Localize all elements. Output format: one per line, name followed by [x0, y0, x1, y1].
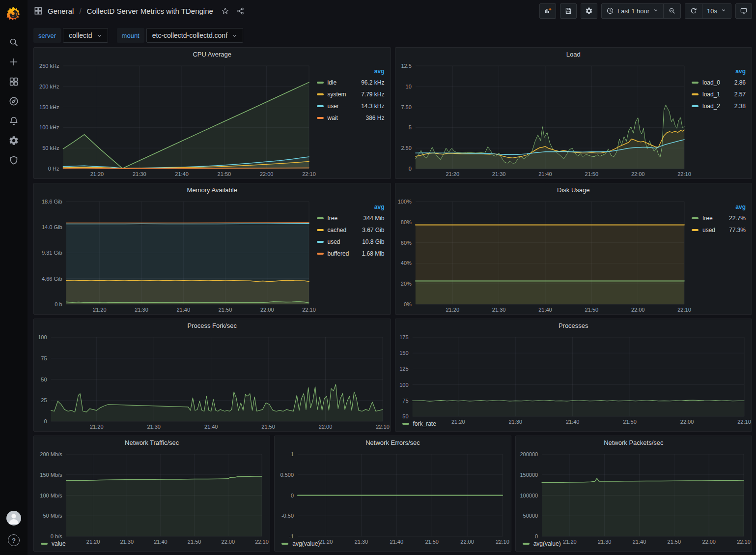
- avatar-person-icon: [6, 511, 21, 526]
- legend-value: 7.79 kHz: [361, 91, 384, 98]
- chart-canvas[interactable]: 21:2021:3021:4021:5022:0022:100 Hz50 kHz…: [34, 61, 317, 178]
- panel-title[interactable]: Load: [395, 48, 752, 61]
- legend-label: buffered: [328, 250, 349, 257]
- legend-item-cached[interactable]: cached3.67 Gib: [317, 227, 385, 234]
- legend-color-swatch: [692, 82, 699, 84]
- breadcrumb: General / CollectD Server Metrics with T…: [33, 6, 213, 16]
- svg-text:21:40: 21:40: [632, 539, 646, 545]
- svg-text:22:00: 22:00: [631, 171, 644, 177]
- legend-item-free[interactable]: free22.7%: [692, 215, 746, 222]
- chart-svg: 21:2021:3021:4021:5022:0022:100 b4.66 Gi…: [34, 197, 317, 314]
- svg-text:50000: 50000: [523, 513, 538, 519]
- toolbar: Last 1 hour 10s: [539, 3, 752, 19]
- breadcrumb-folder[interactable]: General: [48, 7, 74, 15]
- svg-text:100 Mb/s: 100 Mb/s: [40, 493, 62, 498]
- share-icon[interactable]: [236, 7, 245, 15]
- chart-canvas[interactable]: 21:2021:3021:4021:5022:0022:100255075100: [34, 332, 391, 431]
- svg-text:21:20: 21:20: [319, 539, 333, 545]
- variable-server-dropdown[interactable]: collectd: [63, 28, 108, 43]
- chart-canvas[interactable]: 21:2021:3021:4021:5022:0022:100500001000…: [516, 449, 752, 539]
- variable-mount: mount etc-collectd-collectd.conf: [117, 28, 243, 43]
- panel-title[interactable]: Network Packets/sec: [516, 436, 752, 449]
- svg-text:1: 1: [291, 451, 294, 457]
- chart-canvas[interactable]: 21:2021:3021:4021:5022:0022:1002.5057.50…: [395, 61, 692, 178]
- chart-canvas[interactable]: 21:2021:3021:4021:5022:0022:100%20%40%60…: [395, 197, 692, 314]
- sidebar-dashboards-button[interactable]: [8, 76, 20, 88]
- svg-text:21:30: 21:30: [120, 539, 134, 545]
- svg-text:21:30: 21:30: [598, 539, 612, 545]
- svg-text:0.500: 0.500: [280, 472, 294, 478]
- dashboard-title[interactable]: CollectD Server Metrics with TDengine: [87, 7, 213, 15]
- panel-title[interactable]: Network Traffic/sec: [34, 436, 270, 449]
- chart-canvas[interactable]: 21:2021:3021:4021:5022:0022:10-1-0.5000.…: [275, 449, 510, 539]
- legend-item-system[interactable]: system7.79 kHz: [317, 91, 385, 98]
- legend-item-buffered[interactable]: buffered1.68 Mib: [317, 250, 385, 257]
- legend-item-idle[interactable]: idle96.2 kHz: [317, 79, 385, 86]
- panel-title[interactable]: Disk Usage: [395, 183, 752, 197]
- chart-canvas[interactable]: 21:2021:3021:4021:5022:0022:105075100125…: [395, 332, 752, 419]
- svg-text:150 Mb/s: 150 Mb/s: [40, 472, 62, 478]
- legend-item-load_0[interactable]: load_02.86: [692, 79, 746, 86]
- svg-text:50 kHz: 50 kHz: [42, 145, 59, 151]
- sidebar-explore-button[interactable]: [8, 95, 20, 107]
- panel-title[interactable]: CPU Average: [34, 48, 391, 61]
- svg-text:21:20: 21:20: [90, 171, 104, 177]
- legend-item-wait[interactable]: wait386 Hz: [317, 115, 385, 121]
- user-avatar[interactable]: [6, 511, 21, 526]
- panel-title[interactable]: Network Errors/sec: [275, 436, 510, 449]
- legend-item-used[interactable]: used77.3%: [692, 227, 746, 234]
- svg-text:4.66 Gib: 4.66 Gib: [42, 276, 62, 282]
- legend-color-swatch: [692, 105, 699, 107]
- sidebar-alerting-button[interactable]: [8, 115, 20, 127]
- sidebar-configuration-button[interactable]: [8, 135, 20, 146]
- legend-item-user[interactable]: user14.3 kHz: [317, 103, 385, 110]
- chart-canvas[interactable]: 21:2021:3021:4021:5022:0022:100 b/s50 Mb…: [34, 449, 270, 539]
- sidebar-search-button[interactable]: [8, 36, 20, 48]
- svg-text:21:40: 21:40: [154, 539, 168, 545]
- grafana-logo[interactable]: [4, 5, 23, 24]
- legend-value: 22.7%: [729, 215, 746, 222]
- svg-text:150000: 150000: [520, 472, 538, 478]
- refresh-interval-dropdown[interactable]: 10s: [702, 4, 731, 18]
- legend: avgfree344 Mibcached3.67 Gibused10.8 Gib…: [317, 197, 391, 314]
- time-range-button[interactable]: Last 1 hour: [602, 4, 663, 18]
- panel-title[interactable]: Process Fork/sec: [34, 319, 391, 332]
- legend-item-free[interactable]: free344 Mib: [317, 215, 385, 222]
- legend-item-load_2[interactable]: load_22.38: [692, 103, 746, 110]
- gear-icon: [8, 135, 19, 146]
- svg-text:22:10: 22:10: [737, 419, 751, 425]
- sidebar-create-button[interactable]: [8, 56, 20, 68]
- variable-mount-dropdown[interactable]: etc-collectd-collectd.conf: [146, 28, 243, 43]
- svg-text:21:30: 21:30: [492, 307, 505, 313]
- sidebar-server-admin-button[interactable]: [8, 154, 20, 166]
- help-button[interactable]: ?: [8, 534, 20, 546]
- svg-text:14.0 Gib: 14.0 Gib: [42, 224, 62, 230]
- refresh-button[interactable]: [685, 4, 702, 18]
- star-icon[interactable]: [221, 7, 229, 15]
- cycle-view-mode-button[interactable]: [735, 3, 752, 19]
- legend-label: user: [328, 103, 339, 110]
- legend-value: 344 Mib: [364, 215, 385, 222]
- save-dashboard-button[interactable]: [560, 3, 577, 19]
- svg-text:75: 75: [41, 355, 47, 361]
- legend-avg-header: avg: [692, 204, 746, 210]
- legend: avgfree22.7%used77.3%: [692, 197, 752, 314]
- svg-text:22:10: 22:10: [255, 539, 269, 545]
- panel-title[interactable]: Processes: [395, 319, 752, 332]
- legend-avg-header: avg: [317, 68, 385, 75]
- chart-canvas[interactable]: 21:2021:3021:4021:5022:0022:100 b4.66 Gi…: [34, 197, 317, 314]
- legend-item-load_1[interactable]: load_12.57: [692, 91, 746, 98]
- svg-text:22:00: 22:00: [702, 539, 716, 545]
- legend-label: used: [702, 227, 715, 234]
- search-icon: [8, 37, 19, 48]
- add-panel-button[interactable]: [539, 3, 556, 19]
- svg-text:21:20: 21:20: [90, 424, 104, 430]
- legend-color-swatch: [317, 117, 324, 119]
- legend-item-used[interactable]: used10.8 Gib: [317, 238, 385, 245]
- panel-title[interactable]: Memory Available: [34, 183, 391, 197]
- svg-text:21:50: 21:50: [667, 539, 681, 545]
- legend-color-swatch: [317, 229, 324, 231]
- zoom-out-time-button[interactable]: [663, 4, 680, 18]
- dashboard-settings-button[interactable]: [581, 3, 597, 19]
- svg-text:21:30: 21:30: [508, 419, 522, 425]
